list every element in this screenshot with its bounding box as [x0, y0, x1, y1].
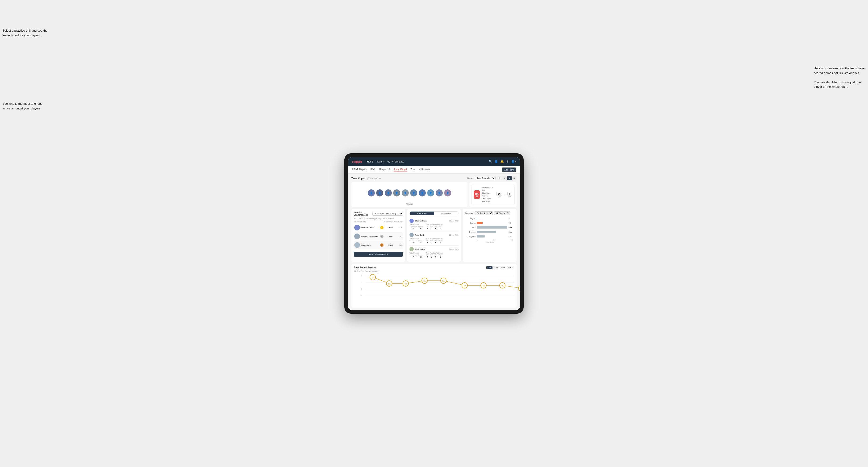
streak-chart-svg: 8 6 4 2 7x — [361, 274, 514, 300]
player-name-blair: Blair McHarg — [409, 219, 427, 223]
least-active-tab[interactable]: Least Active — [434, 212, 458, 215]
chart-bar-wrap-eagles — [477, 217, 507, 220]
chart-row-birdies: Birdies 96 — [466, 221, 513, 224]
avatar-josh — [409, 247, 414, 251]
card-view-icon[interactable]: ▦ — [507, 176, 512, 180]
player-avatar-3 — [354, 242, 360, 248]
period-select[interactable]: Last 3 months Last 6 months This year — [475, 176, 496, 180]
streak-btn-app[interactable]: APP — [493, 266, 499, 269]
nav-performance[interactable]: My Performance — [387, 160, 404, 163]
leaderboard-row-3[interactable]: Cameron... 3 17/20 103 — [354, 241, 403, 249]
avatar[interactable]: 👤 — [402, 189, 409, 196]
practice-leaderboards-panel: Practice Leaderboards PUTT Must Make Put… — [351, 209, 405, 262]
chart-xaxis: 0 200 400 — [466, 239, 513, 241]
practice-subtitle: PUTT Must Make Putting (3-6 ft), Last 3 … — [354, 217, 403, 220]
chart-bar-wrap-pars — [477, 226, 507, 229]
chart-bar-birdies — [477, 222, 483, 224]
search-icon[interactable]: 🔍 — [489, 160, 492, 163]
col-pb-score: PB SCORE — [383, 221, 393, 223]
scoring-chart: Eagles 3 Birdies 96 — [465, 217, 514, 243]
avatar[interactable]: 👤 — [444, 189, 451, 196]
streak-btn-putt[interactable]: PUTT — [507, 266, 514, 269]
navbar-icons: 🔍 👤 🔔 ⚙ 👤▾ — [489, 160, 516, 163]
rank-badge-2: 2 — [380, 235, 383, 238]
subnav-pga[interactable]: PGA — [370, 168, 375, 171]
nav-links: Home Teams My Performance — [367, 160, 484, 163]
player-name-3: Cameron... — [361, 244, 380, 246]
chart-val-pars: 499 — [508, 226, 513, 228]
table-view-icon[interactable]: ▤ — [512, 176, 517, 180]
subnav-tour[interactable]: Tour — [411, 168, 415, 171]
add-team-button[interactable]: Add Team — [502, 167, 516, 172]
player-card-header-blair: Blair McHarg 26 Aug 2023 — [409, 219, 459, 223]
yardage-end: 0 — [507, 192, 512, 196]
avatar[interactable]: 👤 — [436, 189, 443, 196]
user-avatar-icon[interactable]: 👤▾ — [511, 160, 516, 163]
practice-panel-title: Practice Leaderboards — [354, 211, 372, 216]
player-card-blair: Blair McHarg 26 Aug 2023 Total Rounds To… — [409, 217, 459, 231]
rank-badge-3: 3 — [380, 243, 383, 247]
view-icons: ⊞ ≡ ▦ ▤ — [497, 176, 517, 180]
avatar[interactable]: 👤 — [427, 189, 434, 196]
annotation-right: Here you can see how the team have score… — [814, 66, 866, 89]
scoring-title: Scoring — [465, 212, 473, 214]
team-name: Team Clippd — [351, 177, 365, 180]
chart-row-dbogeys: D. Bogeys+ 131 — [466, 235, 513, 238]
streak-btn-ott[interactable]: OTT — [486, 266, 493, 269]
most-active-tab[interactable]: Most Active — [410, 212, 434, 215]
chart-label-dbogeys: D. Bogeys+ — [466, 236, 475, 237]
list-view-icon[interactable]: ≡ — [502, 176, 507, 180]
subnav-all-players[interactable]: All Players — [419, 168, 430, 171]
settings-icon[interactable]: ⚙ — [506, 160, 509, 163]
subnav-hcaps[interactable]: Hcaps 1-5 — [379, 168, 390, 171]
chart-bar-wrap-bogeys — [477, 230, 507, 234]
avatar[interactable]: 👤 — [385, 189, 392, 196]
players-avatars-panel: 👤 👤 👤 👤 👤 👤 👤 👤 👤 👤 Players — [351, 182, 467, 207]
rounds-block-blair: Total Rounds Tournament 7 Practice 6 — [409, 224, 423, 230]
svg-text:7x: 7x — [372, 276, 374, 279]
leaderboard-row-1[interactable]: Richard Butler 1 19/20 110 — [354, 224, 403, 231]
date-blair: 26 Aug 2023 — [450, 220, 459, 222]
team-count: | 14 Players ✏ — [368, 177, 381, 180]
chart-label-bogeys: Bogeys — [466, 231, 475, 233]
nav-home[interactable]: Home — [367, 160, 373, 163]
subnav-team-clippd[interactable]: Team Clippd — [394, 168, 407, 172]
person-icon[interactable]: 👤 — [494, 160, 498, 163]
avatar[interactable]: 👤 — [376, 189, 383, 196]
player-avg-2: 107 — [393, 236, 402, 238]
chart-val-bogeys: 311 — [508, 231, 513, 233]
leaderboard-row-2[interactable]: Edward Crossman 2 18/20 107 — [354, 232, 403, 240]
scoring-header: Scoring Par 3, 4 & 5s All Players — [465, 211, 514, 215]
avatar[interactable]: 👤 — [393, 189, 400, 196]
team-header: Team Clippd | 14 Players ✏ Show: Last 3 … — [351, 176, 517, 180]
svg-text:8: 8 — [361, 275, 362, 277]
avatar[interactable]: 👤 — [368, 189, 375, 196]
player-avg-1: 110 — [393, 227, 402, 229]
chart-label-eagles: Eagles — [466, 217, 475, 220]
streak-btn-arg[interactable]: ARG — [500, 266, 506, 269]
player-name-josh: Josh Coles — [409, 247, 425, 251]
bell-icon[interactable]: 🔔 — [500, 160, 504, 163]
chart-label-birdies: Birdies — [466, 222, 475, 224]
chart-footer: Total Shots — [466, 241, 513, 243]
nav-teams[interactable]: Teams — [377, 160, 383, 163]
avatar[interactable]: 👤 — [418, 189, 426, 196]
avatar[interactable]: 👤 — [410, 189, 417, 196]
grid-view-icon[interactable]: ⊞ — [497, 176, 502, 180]
svg-text:4x: 4x — [501, 285, 503, 287]
view-full-leaderboard-button[interactable]: View Full Leaderboard — [354, 252, 403, 257]
streaks-section: Best Round Streaks OTT APP ARG PUTT Off … — [351, 264, 517, 308]
annotation-top-left: Select a practice drill and see the lead… — [2, 28, 50, 37]
drill-select[interactable]: PUTT Must Make Putting ... — [372, 212, 403, 216]
streaks-subtitle: Off The Tee, Fairway Accuracy — [354, 270, 514, 272]
svg-text:4: 4 — [361, 288, 362, 290]
subnav-pgat[interactable]: PGAT Players — [352, 168, 367, 171]
stats-blair: Total Rounds Tournament 7 Practice 6 — [409, 224, 459, 230]
chart-bar-wrap-dbogeys — [477, 235, 507, 238]
player-name-2: Edward Crossman — [361, 236, 380, 238]
practice-block-blair: Total Practice Activities OTT 0 APP 0 — [426, 224, 442, 230]
par-filter-select[interactable]: Par 3, 4 & 5s — [474, 211, 493, 215]
date-rees: 02 Sep 2023 — [449, 234, 459, 236]
chart-label-pars: Pars — [466, 226, 475, 228]
player-filter-select[interactable]: All Players — [494, 211, 510, 215]
